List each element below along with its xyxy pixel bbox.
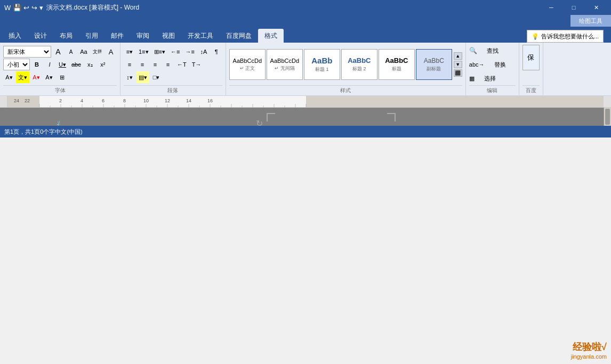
search-help-box[interactable]: 💡 告诉我您想要做什么... <box>527 30 604 43</box>
style-heading[interactable]: AaBbC 标题 <box>379 49 415 80</box>
phonetic-btn[interactable]: 文拼 <box>91 46 104 58</box>
font-section-content: 新宋体 A A Aa 文拼 A 小初 B I U▾ abc x₂ <box>3 45 117 84</box>
ribbon-tab-bar: 插入 设计 布局 引用 邮件 审阅 视图 开发工具 百度网盘 格式 💡 告诉我您… <box>0 27 611 43</box>
tab-view[interactable]: 视图 <box>156 29 181 43</box>
word-icon: W <box>4 4 11 12</box>
decrease-font-btn[interactable]: A <box>65 46 77 58</box>
ruler-svg: 2 4 6 8 10 12 14 16 24 22 <box>7 96 604 107</box>
style-subtitle[interactable]: AaBbC 副标题 <box>416 49 452 80</box>
editing-section: 🔍 查找 abc→ 替换 ▦ 选择 编辑 <box>466 43 519 95</box>
underline-btn[interactable]: U▾ <box>57 59 68 70</box>
multilevel-btn[interactable]: ⊞≡▾ <box>152 46 167 58</box>
style-normal[interactable]: AaBbCcDd ↵ 正文 <box>229 49 266 80</box>
tab-design[interactable]: 设计 <box>28 29 53 43</box>
numbering-btn[interactable]: 1≡▾ <box>136 46 151 58</box>
watermark-line1: 经验啦√ <box>571 341 607 353</box>
align-right-btn[interactable]: ≡ <box>149 59 161 70</box>
style-h1[interactable]: AaBb 标题 1 <box>304 49 340 80</box>
strikethrough-btn[interactable]: abc <box>69 59 83 70</box>
highlight-btn[interactable]: 文▾ <box>16 71 29 83</box>
style-heading-sample: AaBbC <box>385 56 408 64</box>
bullets-btn[interactable]: ≡▾ <box>124 46 135 58</box>
svg-text:6: 6 <box>102 98 104 103</box>
scroll-up-arrow[interactable]: ▲ <box>454 52 462 60</box>
search-help-text[interactable]: 告诉我您想要做什么... <box>541 33 599 41</box>
decrease-indent-btn[interactable]: ←≡ <box>168 46 182 58</box>
line-spacing-btn[interactable]: ↕▾ <box>124 71 135 83</box>
close-btn[interactable]: ✕ <box>585 0 607 15</box>
select-row: ▦ 选择 <box>469 72 503 84</box>
svg-text:12: 12 <box>165 98 170 103</box>
style-nospace-label: ↵ 无间隔 <box>275 65 295 72</box>
editing-content: 🔍 查找 abc→ 替换 ▦ 选择 <box>469 45 516 84</box>
maximize-btn[interactable]: □ <box>563 0 584 15</box>
bold-btn[interactable]: B <box>31 59 43 70</box>
style-subtitle-sample: AaBbC <box>424 57 444 64</box>
align-center-btn[interactable]: ≡ <box>136 59 148 70</box>
paragraph-section-label: 段落 <box>124 85 222 94</box>
tab-format[interactable]: 格式 <box>258 29 284 43</box>
tab-layout[interactable]: 布局 <box>53 29 79 43</box>
sort-btn[interactable]: ↕A <box>198 46 210 58</box>
clear-format-btn[interactable]: A <box>105 46 117 58</box>
style-nospace[interactable]: AaBbCcDd ↵ 无间隔 <box>267 49 303 80</box>
rtl-btn[interactable]: ←T <box>175 59 189 70</box>
minimize-btn[interactable]: ─ <box>541 0 562 15</box>
style-subtitle-label: 副标题 <box>427 66 441 72</box>
tab-review[interactable]: 审阅 <box>130 29 156 43</box>
replace-btn[interactable]: 替换 <box>487 59 513 70</box>
document-scroll: ⚓ ↻ <box>0 108 604 126</box>
style-nospace-sample: AaBbCcDd <box>270 58 299 64</box>
shading-btn[interactable]: ▤▾ <box>136 71 149 83</box>
tab-insert[interactable]: 插入 <box>2 29 28 43</box>
tab-references[interactable]: 引用 <box>79 29 104 43</box>
tab-baidunetdisk[interactable]: 百度网盘 <box>220 29 258 43</box>
subscript-btn[interactable]: x₂ <box>84 59 96 70</box>
font-size-select[interactable]: 小初 <box>3 59 30 70</box>
scroll-down-arrow[interactable]: ▼ <box>454 61 462 68</box>
tab-developer[interactable]: 开发工具 <box>181 29 220 43</box>
style-h2-label: 标题 2 <box>352 66 366 72</box>
show-marks-btn[interactable]: ¶ <box>211 46 222 58</box>
increase-font-btn[interactable]: A <box>52 46 64 58</box>
paragraph-controls: ≡▾ 1≡▾ ⊞≡▾ ←≡ →≡ ↕A ¶ ≡ ≡ ≡ ≡ ←T T→ <box>124 46 222 83</box>
scrollbar-thumb[interactable] <box>605 109 610 125</box>
select-btn[interactable]: 选择 <box>477 72 503 84</box>
ruler-corner[interactable] <box>0 96 7 107</box>
superscript-btn[interactable]: x² <box>97 59 109 70</box>
save-qa-btn[interactable]: 💾 <box>13 4 21 12</box>
svg-text:22: 22 <box>25 98 30 103</box>
italic-btn[interactable]: I <box>44 59 55 70</box>
justify-btn[interactable]: ≡ <box>162 59 174 70</box>
rotate-handle-top[interactable]: ↻ <box>256 118 263 126</box>
corner-mark-tr <box>387 113 396 122</box>
preserve-btn[interactable]: 保 <box>522 45 540 70</box>
drawing-tools-tab[interactable]: 绘图工具 <box>570 15 611 27</box>
drawing-tools-strip: 绘图工具 <box>0 15 611 27</box>
ruler-main: 2 4 6 8 10 12 14 16 24 22 <box>7 96 604 107</box>
font-case-btn[interactable]: Aa <box>78 46 90 58</box>
font-color-btn[interactable]: A▾ <box>30 71 42 83</box>
font-name-select[interactable]: 新宋体 <box>3 46 51 58</box>
title-bar-controls: ─ □ ✕ <box>541 0 607 15</box>
text-effects-btn[interactable]: A▾ <box>3 71 15 83</box>
customize-qa-btn[interactable]: ▾ <box>39 4 43 12</box>
border-btn[interactable]: ⊞ <box>56 71 68 83</box>
style-heading-label: 标题 <box>392 66 401 72</box>
paragraph-section: ≡▾ 1≡▾ ⊞≡▾ ←≡ →≡ ↕A ¶ ≡ ≡ ≡ ≡ ←T T→ <box>120 43 226 95</box>
style-h2[interactable]: AaBbC 标题 2 <box>341 49 377 80</box>
find-btn[interactable]: 查找 <box>479 45 506 56</box>
increase-indent-btn[interactable]: →≡ <box>183 46 196 58</box>
styles-scroll[interactable]: ▲ ▼ ⬛ <box>454 52 462 77</box>
right-scrollbar[interactable] <box>604 108 611 126</box>
align-left-btn[interactable]: ≡ <box>124 59 135 70</box>
ltr-btn[interactable]: T→ <box>190 59 204 70</box>
borders-btn[interactable]: □▾ <box>150 71 162 83</box>
styles-section-content: AaBbCcDd ↵ 正文 AaBbCcDd ↵ 无间隔 AaBb 标题 1 A… <box>229 45 462 84</box>
tab-mailings[interactable]: 邮件 <box>104 29 130 43</box>
redo-qa-btn[interactable]: ↪ <box>31 4 37 12</box>
font-color2-btn[interactable]: A▾ <box>43 71 55 83</box>
undo-qa-btn[interactable]: ↩ <box>23 4 29 12</box>
corner-mark-tl <box>267 113 275 122</box>
scroll-expand-arrow[interactable]: ⬛ <box>454 69 462 77</box>
